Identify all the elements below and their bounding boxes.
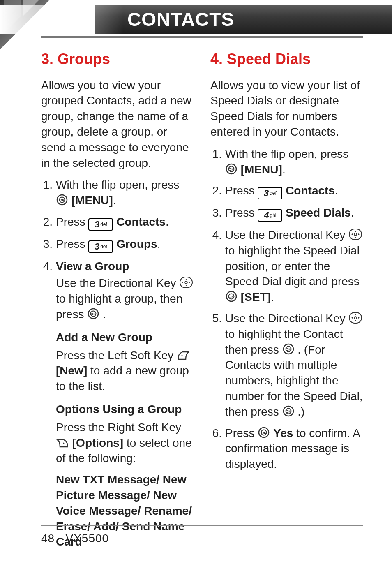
svg-point-7 (185, 281, 187, 284)
contacts-label: Contacts (286, 184, 335, 197)
add-new-group-heading: Add a New Group (56, 330, 194, 345)
step-number: 1. (210, 146, 222, 178)
step-body: Press OK Yes to confirm. A confirmation … (225, 425, 363, 472)
step-text: Press the Right Soft Key (56, 421, 181, 434)
groups-steps: 1. With the flip open, press OK [MENU]. … (41, 177, 194, 550)
list-item: 4. View a Group Use the Directional Key … (41, 259, 194, 550)
step-body: Use the Directional Key to highlight the… (225, 311, 363, 420)
step-body: Use the Directional Key to highlight the… (225, 227, 363, 305)
list-item: 3. Press 4ghi Speed Dials. (210, 205, 363, 222)
key-3-icon: 3def (88, 240, 113, 253)
ok-key-icon: OK (56, 194, 68, 206)
left-column: 3. Groups Allows you to view your groupe… (41, 49, 194, 555)
list-item: 3. Press 3def Groups. (41, 236, 194, 253)
groups-label: Groups (116, 238, 157, 250)
svg-rect-6 (180, 277, 192, 288)
list-item: 1. With the flip open, press OK [MENU]. (41, 177, 194, 208)
step-text: Press the Left Soft Key (56, 349, 177, 362)
content-columns: 3. Groups Allows you to view your groupe… (41, 0, 363, 555)
page-number: 48 (41, 532, 55, 545)
step-para: Press the Left Soft Key [New] to add a n… (56, 348, 194, 394)
step-text: Use the Directional Key (225, 229, 348, 241)
speed-dials-steps: 1. With the flip open, press OK [MENU]. … (210, 146, 363, 472)
step-text: . (99, 308, 106, 321)
step-body: Press 4ghi Speed Dials. (225, 205, 363, 222)
model-number: VX5500 (66, 532, 109, 545)
step-text: Press (56, 215, 88, 228)
page-title: CONTACTS (127, 8, 234, 30)
svg-text:OK: OK (286, 409, 291, 414)
step-text: Press (56, 238, 88, 250)
menu-label: [MENU] (241, 163, 282, 176)
step-text: . (271, 291, 274, 303)
footer-text: 48 VX5500 (41, 532, 363, 545)
step-number: 2. (210, 183, 222, 199)
options-label: [Options] (72, 437, 123, 449)
ok-key-icon: OK (282, 343, 295, 355)
page-header-banner: CONTACTS (0, 5, 392, 34)
step-number: 5. (210, 311, 222, 420)
svg-text:OK: OK (261, 431, 267, 435)
key-4-icon: 4ghi (258, 209, 282, 222)
banner-fade (0, 5, 123, 34)
step-text: to highlight the Speed Dial position, or… (225, 244, 360, 288)
step-text: . (166, 215, 169, 228)
directional-key-icon (179, 276, 193, 289)
step-body: Press 3def Groups. (56, 236, 194, 253)
ok-key-icon: OK (225, 163, 238, 175)
step-number: 4. (41, 259, 53, 550)
list-item: 1. With the flip open, press OK [MENU]. (210, 146, 363, 178)
speed-dials-label: Speed Dials (286, 206, 351, 219)
yes-label: Yes (273, 427, 293, 439)
step-text: . (335, 184, 338, 197)
view-group-label: View a Group (56, 260, 129, 273)
step-number: 3. (210, 205, 222, 222)
step-number: 6. (210, 425, 222, 472)
new-label: [New] (56, 364, 87, 377)
list-item: 4. Use the Directional Key to highlight … (210, 227, 363, 305)
ok-key-icon: OK (225, 290, 238, 303)
key-3-icon: 3def (258, 187, 282, 199)
step-text: Press (225, 427, 258, 439)
step-text: With the flip open, press (56, 178, 179, 191)
ok-key-icon: OK (258, 426, 270, 439)
step-number: 1. (41, 177, 53, 208)
directional-key-icon (348, 228, 362, 240)
list-item: 2. Press 3def Contacts. (210, 183, 363, 199)
directional-key-icon (348, 312, 362, 324)
ok-key-icon: OK (87, 307, 99, 320)
step-body: With the flip open, press OK [MENU]. (225, 146, 363, 178)
options-group-heading: Options Using a Group (56, 402, 194, 417)
right-softkey-icon (56, 438, 69, 448)
step-text: Use the Directional Key (225, 312, 348, 325)
step-para: Use the Directional Key to highlight a g… (56, 275, 194, 322)
step-text: Press (225, 206, 258, 219)
contacts-label: Contacts (116, 215, 166, 228)
set-label: [SET] (241, 291, 271, 303)
menu-label: [MENU] (71, 194, 113, 207)
page-footer: 48 VX5500 (41, 525, 363, 545)
step-text: .) (297, 405, 304, 418)
step-para: Press the Right Soft Key [Options] to se… (56, 420, 194, 466)
svg-point-17 (354, 233, 357, 236)
header-underline (41, 36, 363, 38)
step-number: 3. (41, 236, 53, 253)
list-item: 5. Use the Directional Key to highlight … (210, 311, 363, 420)
key-3-icon: 3def (88, 218, 113, 231)
svg-text:OK: OK (228, 295, 234, 299)
speed-dials-intro: Allows you to view your list of Speed Di… (210, 78, 363, 140)
svg-point-22 (354, 317, 357, 319)
svg-point-12 (63, 442, 65, 444)
svg-rect-21 (349, 312, 362, 323)
groups-heading: 3. Groups (41, 49, 194, 69)
footer-line (41, 525, 363, 526)
right-column: 4. Speed Dials Allows you to view your l… (210, 49, 363, 555)
svg-rect-16 (349, 229, 362, 240)
step-text: . (113, 194, 116, 207)
svg-text:OK: OK (286, 347, 291, 351)
groups-intro: Allows you to view your grouped Contacts… (41, 78, 194, 171)
step-body: Press 3def Contacts. (225, 183, 363, 199)
step-text: . (282, 163, 286, 176)
svg-text:OK: OK (228, 167, 234, 171)
step-text: Press (225, 184, 258, 197)
